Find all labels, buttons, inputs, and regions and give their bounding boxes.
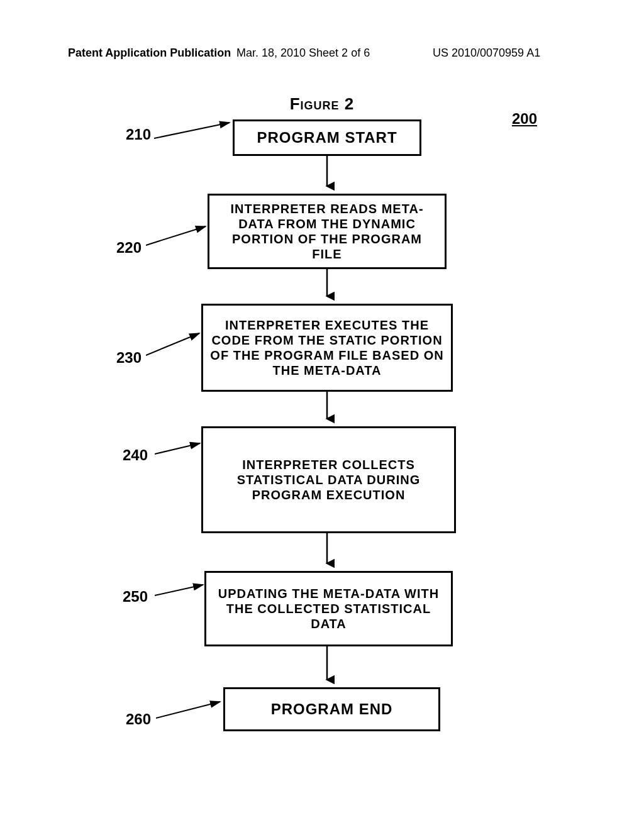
flow-box-230-text: INTERPRETER EXECUTES THE CODE FROM THE S… <box>209 318 445 378</box>
flow-box-220: INTERPRETER READS META-DATA FROM THE DYN… <box>208 194 447 269</box>
header-center: Mar. 18, 2010 Sheet 2 of 6 <box>236 47 370 60</box>
svg-line-10 <box>156 702 220 718</box>
flow-arrow-220-230 <box>319 269 335 304</box>
header-left: Patent Application Publication <box>68 47 231 60</box>
flow-box-250: UPDATING THE META-DATA WITH THE COLLECTE… <box>204 571 453 646</box>
leader-line-210 <box>154 119 236 145</box>
ref-250: 250 <box>123 588 148 606</box>
ref-260: 260 <box>126 711 151 728</box>
leader-line-240 <box>155 440 205 459</box>
flow-box-220-text: INTERPRETER READS META-DATA FROM THE DYN… <box>216 201 438 262</box>
flow-box-240: INTERPRETER COLLECTS STATISTICAL DATA DU… <box>201 426 456 533</box>
figure-title: Figure 2 <box>0 94 644 114</box>
flow-box-260: PROGRAM END <box>223 687 440 731</box>
flow-arrow-250-260 <box>319 646 335 687</box>
svg-line-2 <box>146 226 206 245</box>
flow-box-210-text: PROGRAM START <box>257 129 397 147</box>
flow-box-240-text: INTERPRETER COLLECTS STATISTICAL DATA DU… <box>209 457 448 502</box>
leader-line-230 <box>146 330 206 358</box>
ref-220: 220 <box>116 239 142 257</box>
svg-line-8 <box>155 585 203 595</box>
ref-240: 240 <box>123 446 148 464</box>
flow-arrow-210-220 <box>319 156 335 194</box>
svg-line-4 <box>146 333 199 355</box>
header-right: US 2010/0070959 A1 <box>433 47 540 60</box>
svg-line-0 <box>154 123 230 138</box>
leader-line-220 <box>146 223 212 248</box>
leader-line-260 <box>156 698 225 723</box>
ref-230: 230 <box>116 349 142 367</box>
flow-box-250-text: UPDATING THE META-DATA WITH THE COLLECTE… <box>213 586 445 631</box>
ref-210: 210 <box>126 126 151 143</box>
flow-box-210: PROGRAM START <box>233 119 421 156</box>
svg-line-6 <box>155 443 200 454</box>
flow-box-260-text: PROGRAM END <box>271 700 393 719</box>
flow-box-230: INTERPRETER EXECUTES THE CODE FROM THE S… <box>201 304 453 392</box>
patent-page: Patent Application Publication Mar. 18, … <box>0 0 644 830</box>
flow-arrow-230-240 <box>319 392 335 426</box>
leader-line-250 <box>155 582 208 600</box>
figure-overall-ref: 200 <box>512 110 537 128</box>
flow-arrow-240-250 <box>319 533 335 571</box>
